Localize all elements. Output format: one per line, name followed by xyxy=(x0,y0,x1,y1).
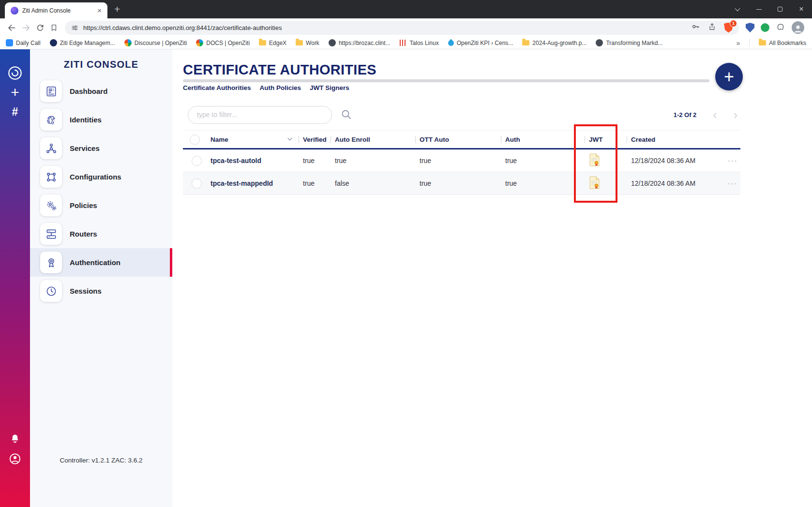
sidebar-item-routers[interactable]: Routers xyxy=(30,220,172,248)
filter-input[interactable] xyxy=(188,106,332,124)
brave-badge: 1 xyxy=(730,20,737,27)
bookmark-item[interactable]: Discourse | OpenZiti xyxy=(124,39,187,46)
select-all-checkbox[interactable] xyxy=(183,131,206,148)
bookmark-item[interactable]: https://brozac.clint... xyxy=(329,39,391,46)
bookmark-button[interactable] xyxy=(47,21,61,35)
all-bookmarks-button[interactable]: All Bookmarks xyxy=(759,40,806,46)
column-label: Auto Enroll xyxy=(335,136,370,143)
tab-jwt-signers[interactable]: JWT Signers xyxy=(310,84,349,91)
window-close-button[interactable]: × xyxy=(791,0,812,18)
bookmarks-overflow-icon[interactable]: » xyxy=(737,39,740,47)
notifications-bell-icon[interactable] xyxy=(9,432,21,445)
cell-name[interactable]: tpca-test-autoId xyxy=(206,157,299,164)
window-controls: × xyxy=(727,0,812,18)
browser-tab[interactable]: Ziti Admin Console × xyxy=(5,2,107,18)
zoom-icon xyxy=(6,39,13,46)
cell-name[interactable]: tpca-test-mappedId xyxy=(206,179,299,187)
table-header: Name Verified Auto Enroll OTT Auto Auth … xyxy=(183,130,740,149)
title-underline-bar xyxy=(183,79,709,82)
column-header-name[interactable]: Name xyxy=(206,131,299,148)
brave-shield-icon[interactable]: 1 xyxy=(724,23,733,33)
forward-button[interactable] xyxy=(19,21,33,35)
sidebar-item-sessions[interactable]: Sessions xyxy=(30,277,172,305)
cell-jwt[interactable] xyxy=(585,176,627,191)
droplet-icon xyxy=(447,39,455,47)
previous-page-icon[interactable]: ‹ xyxy=(713,109,717,121)
sort-chevron-icon[interactable] xyxy=(287,137,293,141)
password-key-icon[interactable] xyxy=(691,22,700,33)
table-row[interactable]: tpca-test-autoId true true true true 12/… xyxy=(183,149,740,172)
jwt-cert-icon[interactable] xyxy=(589,153,600,166)
column-header-jwt[interactable]: JWT xyxy=(585,131,627,148)
bookmark-item[interactable]: Daily Call xyxy=(6,39,41,46)
profile-icon[interactable] xyxy=(9,452,22,465)
next-page-icon[interactable]: › xyxy=(734,109,737,121)
fingerprint-icon xyxy=(40,109,62,131)
bookmark-item[interactable]: Transforming Markd... xyxy=(596,39,662,46)
bookmark-item[interactable]: DOCS | OpenZiti xyxy=(196,39,250,46)
column-header-ott-auto[interactable]: OTT Auto xyxy=(415,131,501,148)
bookmark-label: Work xyxy=(306,40,319,46)
bookmark-item[interactable]: Talos Linux xyxy=(400,40,439,46)
ziti-logo-icon[interactable] xyxy=(8,66,22,80)
checkbox-circle[interactable] xyxy=(192,179,202,189)
column-label: JWT xyxy=(589,136,603,143)
address-bar[interactable]: https://ctrl.cdaws.clint.demo.openziti.o… xyxy=(65,21,739,35)
blue-shield-extension-icon[interactable] xyxy=(746,23,754,32)
share-icon[interactable] xyxy=(707,22,717,33)
url-text[interactable]: https://ctrl.cdaws.clint.demo.openziti.o… xyxy=(83,24,691,31)
profile-avatar[interactable] xyxy=(792,21,804,34)
add-certificate-authority-button[interactable]: + xyxy=(715,63,743,90)
table-row[interactable]: tpca-test-mappedId true false true true … xyxy=(183,172,740,195)
tab-search-chevron-icon[interactable] xyxy=(727,0,748,18)
window-minimize-button[interactable] xyxy=(748,0,769,18)
green-extension-icon[interactable] xyxy=(761,23,769,32)
checkbox-circle[interactable] xyxy=(192,156,202,166)
row-checkbox[interactable] xyxy=(183,156,206,166)
row-menu-button[interactable]: ··· xyxy=(721,179,740,188)
sidebar-item-identities[interactable]: Identities xyxy=(30,105,172,134)
bookmark-label: Discourse | OpenZiti xyxy=(135,40,187,46)
folder-icon xyxy=(759,40,766,45)
bookmark-label: All Bookmarks xyxy=(769,40,806,46)
reload-button[interactable] xyxy=(33,21,47,35)
checkbox-circle[interactable] xyxy=(190,134,200,145)
sidebar-item-policies[interactable]: Policies xyxy=(30,191,172,220)
row-menu-button[interactable]: ··· xyxy=(721,157,740,165)
column-header-created[interactable]: Created xyxy=(627,131,721,148)
folder-icon xyxy=(522,40,529,45)
jwt-cert-icon[interactable] xyxy=(589,176,600,189)
cell-verified: true xyxy=(299,157,331,164)
bookmark-item[interactable]: 2024-Aug-growth.p... xyxy=(522,40,586,46)
sidebar-item-configurations[interactable]: Configurations xyxy=(30,163,172,191)
column-header-verified[interactable]: Verified xyxy=(299,131,331,148)
search-button[interactable] xyxy=(340,108,353,121)
sidebar-item-dashboard[interactable]: Dashboard xyxy=(30,77,172,105)
tab-certificate-authorities[interactable]: Certificate Authorities xyxy=(183,84,251,91)
sidebar-item-authentication[interactable]: Authentication xyxy=(30,248,172,277)
tab-auth-policies[interactable]: Auth Policies xyxy=(260,84,301,91)
extension-icons xyxy=(746,21,804,34)
row-checkbox[interactable] xyxy=(183,179,206,189)
site-settings-icon[interactable] xyxy=(71,24,79,32)
rail-hash-icon[interactable]: # xyxy=(12,105,18,119)
sidebar-item-services[interactable]: Services xyxy=(30,134,172,163)
bookmark-item[interactable]: Work xyxy=(296,40,319,46)
window-maximize-button[interactable] xyxy=(769,0,791,18)
bookmark-label: OpenZiti KPI › Cens... xyxy=(457,40,513,46)
bookmark-item[interactable]: EdgeX xyxy=(259,40,286,46)
cell-jwt[interactable] xyxy=(585,153,627,168)
folder-icon xyxy=(296,40,303,45)
column-header-auth[interactable]: Auth xyxy=(501,131,585,148)
rail-add-icon[interactable]: + xyxy=(11,84,19,101)
minimize-icon xyxy=(756,9,762,10)
back-button[interactable] xyxy=(5,21,19,35)
bookmark-item[interactable]: Ziti Edge Managem... xyxy=(50,39,115,46)
new-tab-button[interactable]: + xyxy=(114,3,120,15)
column-header-auto-enroll[interactable]: Auto Enroll xyxy=(331,131,415,148)
tab-title: Ziti Admin Console xyxy=(22,7,95,14)
extensions-puzzle-icon[interactable] xyxy=(776,23,785,32)
bookmark-item[interactable]: OpenZiti KPI › Cens... xyxy=(448,40,513,46)
tab-close-icon[interactable]: × xyxy=(95,6,104,15)
ziti-favicon xyxy=(11,7,18,15)
